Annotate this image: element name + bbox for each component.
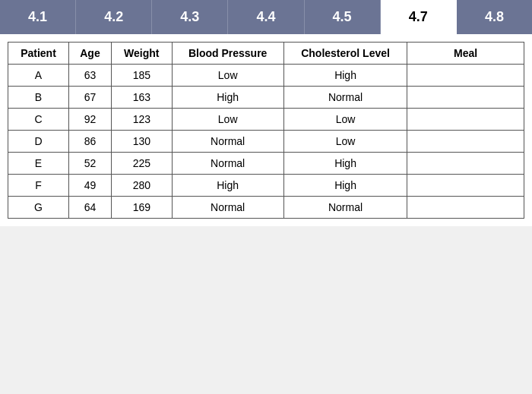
- table-cell: 123: [112, 109, 173, 131]
- table-cell: High: [283, 65, 407, 87]
- table-cell: 185: [112, 65, 173, 87]
- tab-4-2[interactable]: 4.2: [76, 0, 152, 34]
- table-cell: Normal: [283, 87, 407, 109]
- table-cell: 52: [68, 153, 111, 175]
- column-header: Weight: [112, 43, 173, 65]
- table-cell: [407, 87, 524, 109]
- table-cell: [407, 65, 524, 87]
- table-cell: C: [8, 109, 69, 131]
- table-cell: Low: [172, 65, 283, 87]
- table-row: G64169NormalNormal: [8, 197, 524, 219]
- table-row: E52225NormalHigh: [8, 153, 524, 175]
- table-cell: Normal: [172, 197, 283, 219]
- table-cell: Normal: [283, 197, 407, 219]
- table-cell: [407, 153, 524, 175]
- table-cell: Low: [283, 131, 407, 153]
- table-row: D86130NormalLow: [8, 131, 524, 153]
- column-header: Age: [68, 43, 111, 65]
- data-table: PatientAgeWeightBlood PressureCholestero…: [8, 42, 524, 219]
- tab-4-7[interactable]: 4.7: [381, 0, 457, 34]
- table-cell: [407, 109, 524, 131]
- table-cell: 67: [68, 87, 111, 109]
- tab-4-8[interactable]: 4.8: [457, 0, 532, 34]
- table-cell: 280: [112, 175, 173, 197]
- table-cell: [407, 197, 524, 219]
- table-cell: High: [172, 87, 283, 109]
- table-cell: 63: [68, 65, 111, 87]
- table-cell: [407, 131, 524, 153]
- table-row: A63185LowHigh: [8, 65, 524, 87]
- table-cell: F: [8, 175, 69, 197]
- column-header: Patient: [8, 43, 69, 65]
- table-cell: 163: [112, 87, 173, 109]
- table-cell: D: [8, 131, 69, 153]
- table-cell: Normal: [172, 153, 283, 175]
- tab-4-5[interactable]: 4.5: [305, 0, 381, 34]
- table-cell: 49: [68, 175, 111, 197]
- table-cell: 225: [112, 153, 173, 175]
- table-row: C92123LowLow: [8, 109, 524, 131]
- content-area: PatientAgeWeightBlood PressureCholestero…: [0, 34, 532, 226]
- table-cell: [407, 175, 524, 197]
- column-header: Blood Pressure: [172, 43, 283, 65]
- tabs-bar: 4.14.24.34.44.54.74.8: [0, 0, 532, 34]
- tab-4-3[interactable]: 4.3: [152, 0, 228, 34]
- tab-4-4[interactable]: 4.4: [228, 0, 304, 34]
- table-cell: G: [8, 197, 69, 219]
- table-cell: A: [8, 65, 69, 87]
- table-cell: High: [172, 175, 283, 197]
- table-cell: Low: [283, 109, 407, 131]
- table-row: B67163HighNormal: [8, 87, 524, 109]
- table-cell: High: [283, 175, 407, 197]
- column-header: Meal: [407, 43, 524, 65]
- table-cell: Normal: [172, 131, 283, 153]
- table-cell: 169: [112, 197, 173, 219]
- table-cell: 86: [68, 131, 111, 153]
- table-cell: 130: [112, 131, 173, 153]
- table-cell: 64: [68, 197, 111, 219]
- column-header: Cholesterol Level: [283, 43, 407, 65]
- table-cell: 92: [68, 109, 111, 131]
- table-row: F49280HighHigh: [8, 175, 524, 197]
- table-cell: E: [8, 153, 69, 175]
- table-cell: High: [283, 153, 407, 175]
- table-cell: B: [8, 87, 69, 109]
- table-cell: Low: [172, 109, 283, 131]
- tab-4-1[interactable]: 4.1: [0, 0, 76, 34]
